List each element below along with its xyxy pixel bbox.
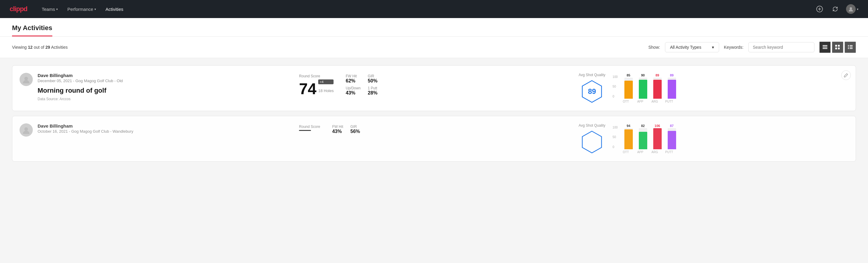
search-input[interactable] xyxy=(748,42,814,52)
fw-hit-stat: FW Hit 62% xyxy=(346,74,360,84)
chart-x-labels: OTT APP ARG PUTT xyxy=(622,150,676,154)
score-display: 74 +4 18 Holes xyxy=(299,80,334,96)
bar-putt: 89 xyxy=(668,74,676,99)
filter-bar: Viewing 12 out of 29 Activities Show: Al… xyxy=(0,37,868,58)
detail-view-button[interactable] xyxy=(844,41,856,53)
round-score-block: Round Score xyxy=(299,124,320,131)
edit-button[interactable] xyxy=(841,70,851,80)
svg-point-17 xyxy=(24,77,28,80)
bar-app: 90 xyxy=(639,74,647,99)
holes-label: 18 Holes xyxy=(318,88,334,93)
bar-ott: 85 xyxy=(624,74,633,99)
avatar xyxy=(20,73,33,86)
bar-arg: 89 xyxy=(653,74,662,99)
view-toggle xyxy=(819,41,856,53)
score-number: 74 xyxy=(299,81,316,96)
bar-arg: 106 xyxy=(653,124,662,149)
bar-app: 82 xyxy=(639,124,647,149)
activity-card: Dave Billingham October 16, 2021 - Gog M… xyxy=(12,116,856,162)
card-user-name: Dave Billingham xyxy=(38,73,123,78)
round-score-label: Round Score xyxy=(299,124,320,129)
chart-x-labels: OTT APP ARG PUTT xyxy=(622,100,676,103)
avg-shot-quality: Avg Shot Quality 89 100 50 0 xyxy=(579,73,848,104)
card-stats: Round Score FW Hit 43% GIR 56% xyxy=(299,123,569,134)
chevron-down-icon: ▾ xyxy=(857,7,858,11)
shot-quality-chart: 100 50 0 85 90 xyxy=(613,74,676,103)
card-info: Dave Billingham October 16, 2021 - Gog M… xyxy=(38,123,133,134)
card-activity-title: Morning round of golf xyxy=(38,87,123,94)
score-badge: +4 xyxy=(318,80,334,84)
navbar-right: ▾ xyxy=(815,4,858,14)
page-header: My Activities xyxy=(0,18,868,37)
avg-quality-label: Avg Shot Quality xyxy=(579,73,606,77)
nav-performance[interactable]: Performance ▾ xyxy=(67,4,96,14)
card-data-source: Data Source: Arccos xyxy=(38,97,123,101)
stat-grid: FW Hit 62% GIR 50% Up/Down 43% 1 Putt 28… xyxy=(346,74,382,96)
nav-activities[interactable]: Activities xyxy=(105,4,123,14)
svg-rect-8 xyxy=(838,45,840,47)
svg-point-19 xyxy=(24,127,28,131)
show-label: Show: xyxy=(648,45,660,50)
nav-teams[interactable]: Teams ▾ xyxy=(42,4,58,14)
y-axis: 100 50 0 xyxy=(613,75,618,99)
user-avatar-menu[interactable]: ▾ xyxy=(846,4,858,14)
activity-card: Dave Billingham December 05, 2021 - Gog … xyxy=(12,65,856,111)
card-user-name: Dave Billingham xyxy=(38,123,133,128)
chevron-down-icon: ▾ xyxy=(712,45,714,50)
grid-view-button[interactable] xyxy=(832,41,843,53)
card-left: Dave Billingham October 16, 2021 - Gog M… xyxy=(20,123,289,137)
shot-quality-chart: 100 50 0 94 82 xyxy=(613,124,676,154)
card-date-course: December 05, 2021 - Gog Magog Golf Club … xyxy=(38,79,123,83)
avg-shot-quality: Avg Shot Quality 100 50 0 xyxy=(579,123,848,154)
svg-marker-20 xyxy=(582,131,601,153)
svg-rect-5 xyxy=(823,47,828,48)
card-date-course: October 16, 2021 - Gog Magog Golf Club -… xyxy=(38,129,133,134)
card-left: Dave Billingham December 05, 2021 - Gog … xyxy=(20,73,289,101)
app-logo[interactable]: clippd xyxy=(10,5,27,13)
round-score-label: Round Score xyxy=(299,74,334,78)
svg-rect-4 xyxy=(823,45,828,46)
add-icon[interactable] xyxy=(815,4,825,14)
bar-ott: 94 xyxy=(624,124,633,149)
fw-hit-stat: FW Hit 43% xyxy=(332,124,343,134)
svg-rect-16 xyxy=(850,48,852,49)
one-putt-stat: 1 Putt 28% xyxy=(368,86,382,96)
quality-score: 89 xyxy=(588,87,596,96)
y-axis: 100 50 0 xyxy=(613,125,618,149)
gir-stat: GIR 56% xyxy=(350,124,362,134)
round-score-block: Round Score 74 +4 18 Holes xyxy=(299,74,334,96)
quality-hexagon xyxy=(580,130,604,154)
navbar: clippd Teams ▾ Performance ▾ Activities xyxy=(0,0,868,18)
svg-rect-9 xyxy=(835,48,837,49)
svg-rect-13 xyxy=(848,47,849,48)
svg-rect-15 xyxy=(848,48,849,49)
avg-quality-label: Avg Shot Quality xyxy=(579,123,606,127)
bar-putt: 87 xyxy=(668,124,676,149)
svg-rect-6 xyxy=(823,48,828,49)
svg-point-3 xyxy=(850,7,852,10)
quality-hexagon-container: Avg Shot Quality 89 xyxy=(579,73,606,104)
quality-hexagon-container: Avg Shot Quality xyxy=(579,123,606,154)
svg-rect-12 xyxy=(850,45,852,46)
card-stats: Round Score 74 +4 18 Holes FW Hit 62% GI… xyxy=(299,73,569,96)
svg-rect-11 xyxy=(848,45,849,46)
card-info: Dave Billingham December 05, 2021 - Gog … xyxy=(38,73,123,101)
avatar xyxy=(846,4,856,14)
svg-rect-14 xyxy=(850,47,852,48)
updown-stat: Up/Down 43% xyxy=(346,86,360,96)
refresh-icon[interactable] xyxy=(830,4,840,14)
activity-type-select[interactable]: All Activity Types ▾ xyxy=(665,42,719,52)
chevron-down-icon: ▾ xyxy=(56,7,58,11)
viewing-count-text: Viewing 12 out of 29 Activities xyxy=(12,45,644,50)
list-view-button[interactable] xyxy=(819,41,831,53)
avatar xyxy=(20,123,33,137)
svg-rect-10 xyxy=(838,48,840,49)
page-title: My Activities xyxy=(12,18,52,36)
activities-list: Dave Billingham December 05, 2021 - Gog … xyxy=(0,58,868,169)
chevron-down-icon: ▾ xyxy=(94,7,96,11)
keywords-label: Keywords: xyxy=(724,45,743,50)
gir-stat: GIR 50% xyxy=(368,74,382,84)
stat-grid: FW Hit 43% GIR 56% xyxy=(332,124,361,134)
svg-rect-7 xyxy=(835,45,837,47)
quality-hexagon: 89 xyxy=(580,80,604,104)
